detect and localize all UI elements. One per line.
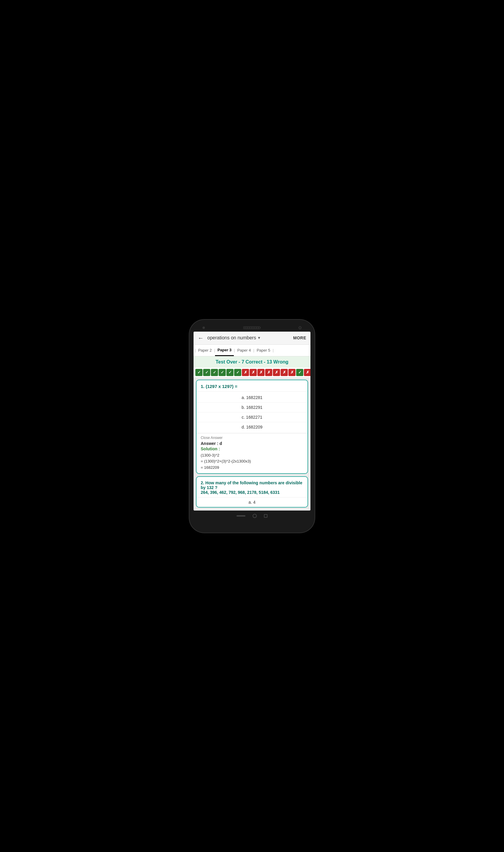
content-scroll[interactable]: 1. (1297 x 1297) = a. 1682281 b. 1682291… [194, 377, 310, 510]
solution-text-1: (1300-3)^2= (1300)^2+(3)^2-(2x1300x3)= 1… [201, 452, 303, 471]
question-1-options: a. 1682281 b. 1682291 c. 1682271 d. 1682… [197, 392, 307, 433]
option-1c[interactable]: c. 1682271 [197, 413, 307, 422]
progress-dot-2: ✓ [203, 369, 210, 376]
dropdown-arrow-icon[interactable]: ▼ [257, 336, 261, 340]
option-2a[interactable]: a. 4 [197, 497, 307, 507]
tab-paper4[interactable]: Paper 4 [235, 345, 253, 356]
phone-screen: ← operations on numbers ▼ MORE | Paper 2… [194, 332, 310, 510]
nav-home-btn[interactable] [253, 514, 257, 518]
top-bar: ← operations on numbers ▼ MORE [194, 332, 310, 345]
back-button[interactable]: ← [198, 334, 204, 342]
speaker-grill [243, 326, 260, 329]
question-1-text: 1. (1297 x 1297) = [197, 380, 307, 392]
solution-label-1: Solution : [201, 447, 303, 451]
tab-paper5[interactable]: Paper 5 [254, 345, 273, 356]
phone-top-bar [194, 325, 310, 332]
progress-dot-7: ✗ [242, 369, 249, 376]
tab-paper3[interactable]: Paper 3 [215, 345, 234, 356]
option-1b[interactable]: b. 1682291 [197, 403, 307, 413]
progress-dot-13: ✗ [288, 369, 295, 376]
phone-device: ← operations on numbers ▼ MORE | Paper 2… [190, 320, 314, 532]
option-1d[interactable]: d. 1682209 [197, 422, 307, 432]
answer-section-1: Close Answer Answer : d Solution : (1300… [197, 433, 307, 473]
progress-dot-6: ✓ [234, 369, 241, 376]
title-text: operations on numbers [207, 335, 256, 341]
progress-dot-1: ✓ [195, 369, 202, 376]
progress-dot-3: ✓ [211, 369, 218, 376]
progress-dot-8: ✗ [250, 369, 257, 376]
question-card-2: 2. How many of the following numbers are… [196, 476, 308, 508]
progress-dot-10: ✗ [265, 369, 272, 376]
progress-dot-4: ✓ [219, 369, 226, 376]
progress-row: ✓ ✓ ✓ ✓ ✓ ✓ ✗ ✗ ✗ ✗ ✗ ✗ ✗ ✓ ✗ ✗ ✗ ✗ ✗ ✗ [194, 368, 310, 377]
phone-bottom-bar [194, 510, 310, 519]
answer-label-1: Answer : d [201, 441, 303, 446]
front-camera-indicator [202, 327, 205, 329]
page-title: operations on numbers ▼ [207, 335, 293, 341]
question-card-1: 1. (1297 x 1297) = a. 1682281 b. 1682291… [196, 380, 308, 474]
score-banner: Test Over - 7 Correct - 13 Wrong [194, 356, 310, 368]
nav-recent-btn[interactable] [264, 514, 268, 518]
progress-dot-5: ✓ [226, 369, 234, 376]
front-camera [299, 326, 302, 329]
progress-dot-15: ✗ [304, 369, 310, 376]
tab-sep-5: | [273, 348, 273, 352]
option-1a[interactable]: a. 1682281 [197, 393, 307, 403]
progress-dot-12: ✗ [281, 369, 288, 376]
progress-dot-14: ✓ [296, 369, 303, 376]
nav-back-btn[interactable] [236, 515, 246, 516]
question-2-subtext: 264, 396, 462, 792, 968, 2178, 5184, 633… [201, 490, 280, 495]
progress-dot-9: ✗ [257, 369, 265, 376]
more-button[interactable]: MORE [293, 336, 306, 340]
progress-dot-11: ✗ [273, 369, 280, 376]
close-answer-button[interactable]: Close Answer [201, 436, 303, 440]
question-2-text: 2. How many of the following numbers are… [197, 477, 307, 497]
tab-paper2[interactable]: Paper 2 [196, 345, 214, 356]
tabs-bar: | Paper 2 | Paper 3 | Paper 4 | Paper 5 … [194, 345, 310, 356]
